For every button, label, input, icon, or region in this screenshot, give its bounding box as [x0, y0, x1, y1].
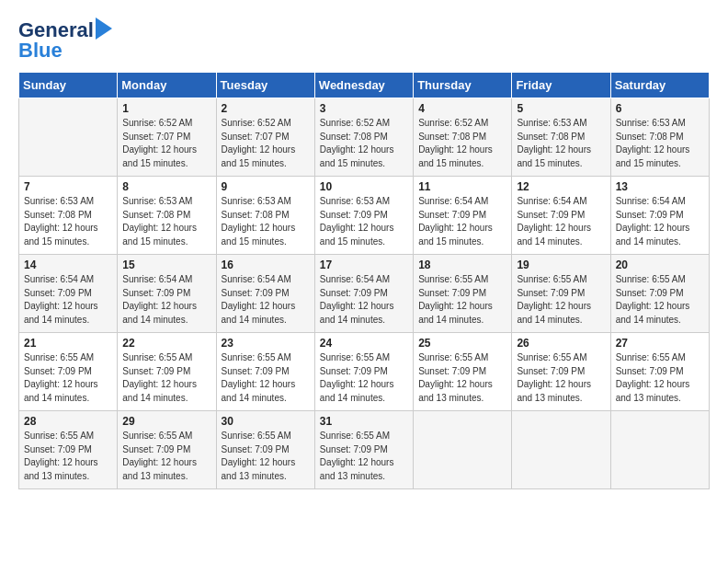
- calendar-table: SundayMondayTuesdayWednesdayThursdayFrid…: [18, 72, 710, 489]
- calendar-cell: 13Sunrise: 6:54 AMSunset: 7:09 PMDayligh…: [610, 177, 709, 255]
- sunrise-text: Sunrise: 6:54 AM: [24, 273, 112, 287]
- weekday-header: Wednesday: [314, 73, 413, 98]
- day-number: 10: [320, 180, 408, 193]
- daylight-text: Daylight: 12 hours and 13 minutes.: [122, 456, 210, 483]
- sunrise-text: Sunrise: 6:53 AM: [24, 195, 112, 209]
- day-number: 1: [122, 102, 210, 115]
- weekday-header: Sunday: [19, 73, 118, 98]
- daylight-text: Daylight: 12 hours and 14 minutes.: [418, 300, 506, 327]
- day-info: Sunrise: 6:52 AMSunset: 7:07 PMDaylight:…: [122, 117, 210, 170]
- sunrise-text: Sunrise: 6:55 AM: [24, 351, 112, 365]
- calendar-week-row: 21Sunrise: 6:55 AMSunset: 7:09 PMDayligh…: [19, 333, 710, 411]
- sunset-text: Sunset: 7:09 PM: [222, 365, 310, 379]
- day-number: 6: [616, 102, 704, 115]
- day-info: Sunrise: 6:53 AMSunset: 7:08 PMDaylight:…: [616, 117, 704, 170]
- day-info: Sunrise: 6:52 AMSunset: 7:07 PMDaylight:…: [222, 117, 310, 170]
- daylight-text: Daylight: 12 hours and 15 minutes.: [320, 222, 408, 248]
- sunrise-text: Sunrise: 6:52 AM: [418, 117, 506, 131]
- sunset-text: Sunset: 7:09 PM: [418, 209, 506, 223]
- calendar-cell: 21Sunrise: 6:55 AMSunset: 7:09 PMDayligh…: [19, 333, 118, 411]
- day-info: Sunrise: 6:55 AMSunset: 7:09 PMDaylight:…: [616, 351, 704, 405]
- day-info: Sunrise: 6:52 AMSunset: 7:08 PMDaylight:…: [418, 117, 506, 170]
- day-number: 14: [24, 259, 112, 271]
- sunrise-text: Sunrise: 6:55 AM: [418, 351, 506, 365]
- sunrise-text: Sunrise: 6:55 AM: [616, 273, 704, 287]
- day-info: Sunrise: 6:53 AMSunset: 7:08 PMDaylight:…: [222, 195, 310, 248]
- daylight-text: Daylight: 12 hours and 14 minutes.: [320, 378, 408, 405]
- calendar-cell: 3Sunrise: 6:52 AMSunset: 7:08 PMDaylight…: [314, 98, 413, 177]
- calendar-cell: 5Sunrise: 6:53 AMSunset: 7:08 PMDaylight…: [512, 98, 610, 177]
- sunrise-text: Sunrise: 6:53 AM: [616, 117, 704, 131]
- calendar-week-row: 14Sunrise: 6:54 AMSunset: 7:09 PMDayligh…: [19, 255, 710, 333]
- sunrise-text: Sunrise: 6:54 AM: [616, 195, 704, 209]
- calendar-cell: [19, 98, 118, 177]
- sunset-text: Sunset: 7:09 PM: [616, 209, 704, 223]
- sunset-text: Sunset: 7:07 PM: [222, 131, 310, 144]
- sunset-text: Sunset: 7:09 PM: [418, 365, 506, 379]
- calendar-cell: [512, 411, 610, 489]
- sunset-text: Sunset: 7:09 PM: [517, 365, 605, 379]
- sunrise-text: Sunrise: 6:52 AM: [122, 117, 210, 131]
- calendar-cell: 11Sunrise: 6:54 AMSunset: 7:09 PMDayligh…: [414, 177, 512, 255]
- daylight-text: Daylight: 12 hours and 13 minutes.: [418, 378, 506, 405]
- sunset-text: Sunset: 7:09 PM: [320, 443, 408, 457]
- sunrise-text: Sunrise: 6:55 AM: [418, 273, 506, 287]
- daylight-text: Daylight: 12 hours and 15 minutes.: [122, 222, 210, 248]
- day-info: Sunrise: 6:55 AMSunset: 7:09 PMDaylight:…: [418, 273, 506, 327]
- sunrise-text: Sunrise: 6:54 AM: [222, 273, 310, 287]
- calendar-cell: 12Sunrise: 6:54 AMSunset: 7:09 PMDayligh…: [512, 177, 610, 255]
- calendar-cell: 19Sunrise: 6:55 AMSunset: 7:09 PMDayligh…: [512, 255, 610, 333]
- day-number: 8: [122, 180, 210, 193]
- daylight-text: Daylight: 12 hours and 15 minutes.: [222, 222, 310, 248]
- sunrise-text: Sunrise: 6:55 AM: [122, 430, 210, 443]
- day-info: Sunrise: 6:55 AMSunset: 7:09 PMDaylight:…: [122, 351, 210, 405]
- sunset-text: Sunset: 7:09 PM: [320, 287, 408, 301]
- calendar-cell: 20Sunrise: 6:55 AMSunset: 7:09 PMDayligh…: [610, 255, 709, 333]
- sunrise-text: Sunrise: 6:54 AM: [320, 273, 408, 287]
- sunrise-text: Sunrise: 6:55 AM: [517, 351, 605, 365]
- day-number: 3: [320, 102, 408, 115]
- daylight-text: Daylight: 12 hours and 15 minutes.: [24, 222, 112, 248]
- logo: General Blue: [18, 18, 112, 63]
- day-number: 19: [517, 259, 605, 271]
- day-info: Sunrise: 6:55 AMSunset: 7:09 PMDaylight:…: [418, 351, 506, 405]
- day-number: 7: [24, 180, 112, 193]
- day-info: Sunrise: 6:55 AMSunset: 7:09 PMDaylight:…: [24, 430, 112, 483]
- day-info: Sunrise: 6:53 AMSunset: 7:08 PMDaylight:…: [517, 117, 605, 170]
- calendar-cell: 4Sunrise: 6:52 AMSunset: 7:08 PMDaylight…: [414, 98, 512, 177]
- sunset-text: Sunset: 7:09 PM: [24, 287, 112, 301]
- day-info: Sunrise: 6:53 AMSunset: 7:08 PMDaylight:…: [122, 195, 210, 248]
- daylight-text: Daylight: 12 hours and 14 minutes.: [616, 300, 704, 327]
- calendar-cell: 24Sunrise: 6:55 AMSunset: 7:09 PMDayligh…: [314, 333, 413, 411]
- page-header: General Blue: [18, 18, 710, 63]
- sunset-text: Sunset: 7:09 PM: [418, 287, 506, 301]
- calendar-cell: 8Sunrise: 6:53 AMSunset: 7:08 PMDaylight…: [118, 177, 216, 255]
- calendar-cell: 16Sunrise: 6:54 AMSunset: 7:09 PMDayligh…: [216, 255, 314, 333]
- sunset-text: Sunset: 7:09 PM: [517, 287, 605, 301]
- calendar-cell: [610, 411, 709, 489]
- day-info: Sunrise: 6:54 AMSunset: 7:09 PMDaylight:…: [122, 273, 210, 327]
- daylight-text: Daylight: 12 hours and 15 minutes.: [517, 144, 605, 170]
- calendar-cell: 30Sunrise: 6:55 AMSunset: 7:09 PMDayligh…: [216, 411, 314, 489]
- day-number: 4: [418, 102, 506, 115]
- sunset-text: Sunset: 7:08 PM: [616, 131, 704, 144]
- daylight-text: Daylight: 12 hours and 15 minutes.: [616, 144, 704, 170]
- weekday-header: Monday: [118, 73, 216, 98]
- calendar-cell: 7Sunrise: 6:53 AMSunset: 7:08 PMDaylight…: [19, 177, 118, 255]
- calendar-week-row: 1Sunrise: 6:52 AMSunset: 7:07 PMDaylight…: [19, 98, 710, 177]
- day-info: Sunrise: 6:53 AMSunset: 7:09 PMDaylight:…: [320, 195, 408, 248]
- sunrise-text: Sunrise: 6:55 AM: [24, 430, 112, 443]
- sunrise-text: Sunrise: 6:55 AM: [122, 351, 210, 365]
- daylight-text: Daylight: 12 hours and 14 minutes.: [616, 222, 704, 248]
- calendar-cell: 15Sunrise: 6:54 AMSunset: 7:09 PMDayligh…: [118, 255, 216, 333]
- sunrise-text: Sunrise: 6:55 AM: [517, 273, 605, 287]
- day-info: Sunrise: 6:53 AMSunset: 7:08 PMDaylight:…: [24, 195, 112, 248]
- sunset-text: Sunset: 7:09 PM: [24, 443, 112, 457]
- day-info: Sunrise: 6:54 AMSunset: 7:09 PMDaylight:…: [517, 195, 605, 248]
- calendar-cell: 27Sunrise: 6:55 AMSunset: 7:09 PMDayligh…: [610, 333, 709, 411]
- sunrise-text: Sunrise: 6:53 AM: [320, 195, 408, 209]
- day-number: 18: [418, 259, 506, 271]
- day-number: 30: [222, 415, 310, 428]
- daylight-text: Daylight: 12 hours and 14 minutes.: [517, 222, 605, 248]
- sunset-text: Sunset: 7:09 PM: [122, 443, 210, 457]
